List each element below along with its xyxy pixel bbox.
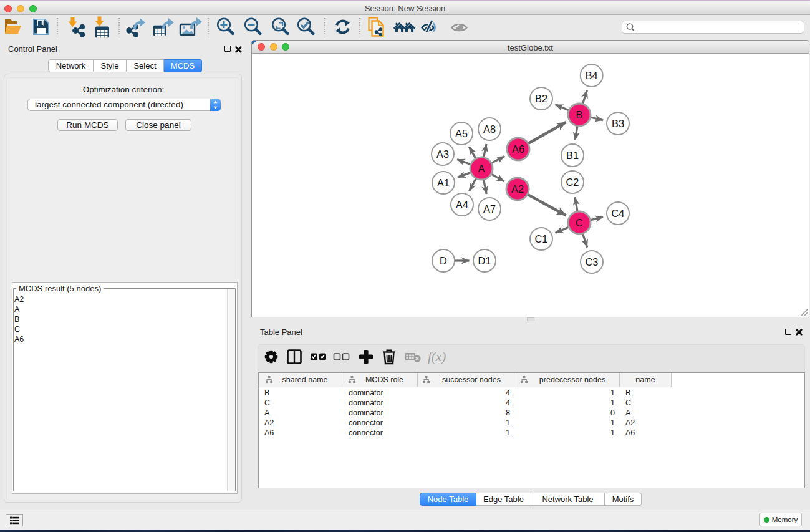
svg-text:C4: C4 — [612, 208, 625, 219]
svg-text:A: A — [478, 163, 485, 174]
svg-text:A3: A3 — [436, 148, 449, 160]
svg-text:B2: B2 — [535, 93, 547, 104]
svg-text:f(x): f(x) — [428, 349, 446, 364]
svg-text:A7: A7 — [483, 203, 496, 215]
svg-text:A4: A4 — [456, 199, 468, 210]
svg-text:A1: A1 — [437, 177, 450, 188]
svg-text:D1: D1 — [478, 255, 491, 266]
svg-text:C: C — [576, 217, 583, 228]
svg-text:A8: A8 — [483, 123, 496, 135]
svg-text:C2: C2 — [566, 177, 579, 188]
svg-text:A5: A5 — [455, 128, 468, 139]
svg-text:A6: A6 — [512, 143, 524, 155]
svg-text:C1: C1 — [535, 233, 548, 244]
svg-text:B: B — [576, 109, 583, 120]
svg-text:C3: C3 — [586, 256, 599, 268]
svg-text:B3: B3 — [612, 118, 624, 129]
svg-text:A2: A2 — [511, 183, 524, 195]
svg-text:B1: B1 — [566, 150, 579, 161]
svg-text:D: D — [440, 255, 447, 266]
svg-text:B4: B4 — [586, 70, 598, 81]
